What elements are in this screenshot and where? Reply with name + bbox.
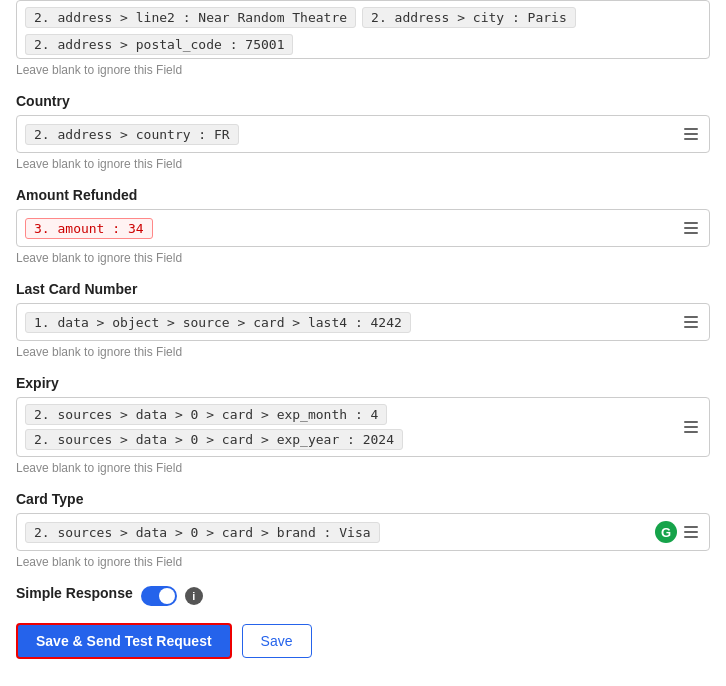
expiry-field[interactable]: 2. sources > data > 0 > card > exp_month… [16,397,710,457]
card-type-tag: 2. sources > data > 0 > card > brand : V… [25,522,380,543]
card-type-hint: Leave blank to ignore this Field [16,555,710,569]
last-card-label: Last Card Number [16,281,710,297]
country-hint: Leave blank to ignore this Field [16,157,710,171]
country-field[interactable]: 2. address > country : FR [16,115,710,153]
amount-hint: Leave blank to ignore this Field [16,251,710,265]
tag-city: 2. address > city : Paris [362,7,576,28]
expiry-menu-icon[interactable] [679,415,703,439]
amount-tag: 3. amount : 34 [25,218,153,239]
card-type-label: Card Type [16,491,710,507]
expiry-year-tag: 2. sources > data > 0 > card > exp_year … [25,429,403,450]
last-card-menu-icon[interactable] [679,310,703,334]
save-button[interactable]: Save [242,624,312,658]
tag-line2: 2. address > line2 : Near Random Theatre [25,7,356,28]
amount-field[interactable]: 3. amount : 34 [16,209,710,247]
card-type-menu-icon[interactable] [679,520,703,544]
expiry-hint: Leave blank to ignore this Field [16,461,710,475]
tag-postal: 2. address > postal_code : 75001 [25,34,293,55]
last-card-tag: 1. data > object > source > card > last4… [25,312,411,333]
amount-label: Amount Refunded [16,187,710,203]
country-label: Country [16,93,710,109]
save-send-button[interactable]: Save & Send Test Request [16,623,232,659]
card-type-field[interactable]: 2. sources > data > 0 > card > brand : V… [16,513,710,551]
expiry-label: Expiry [16,375,710,391]
simple-response-toggle[interactable] [141,586,177,606]
country-menu-icon[interactable] [679,122,703,146]
top-hint: Leave blank to ignore this Field [16,63,710,77]
simple-response-info-icon[interactable]: i [185,587,203,605]
simple-response-label: Simple Response [16,585,133,601]
expiry-month-tag: 2. sources > data > 0 > card > exp_month… [25,404,387,425]
last-card-hint: Leave blank to ignore this Field [16,345,710,359]
last-card-field[interactable]: 1. data > object > source > card > last4… [16,303,710,341]
card-type-green-icon[interactable]: G [655,521,677,543]
country-tag: 2. address > country : FR [25,124,239,145]
amount-menu-icon[interactable] [679,216,703,240]
